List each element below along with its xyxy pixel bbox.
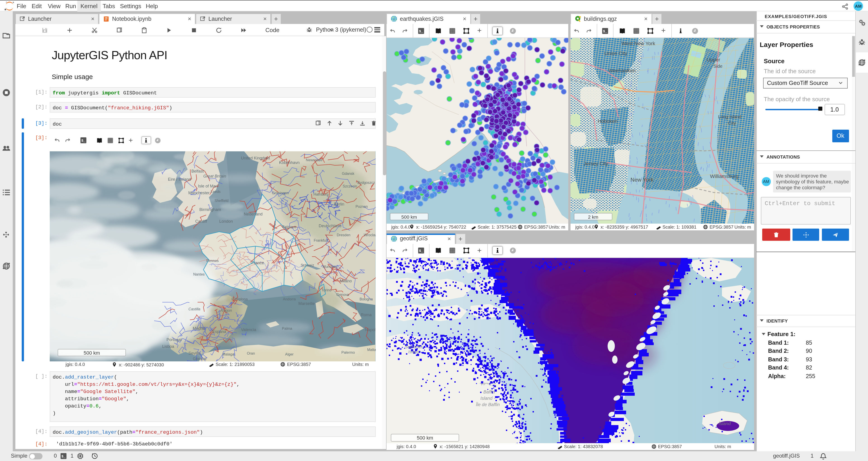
svg-text:Eire / Ireland: Eire / Ireland <box>168 177 191 182</box>
svg-text:Island -: Island - <box>480 395 495 400</box>
svg-text:City: City <box>728 121 736 126</box>
svg-text:Berlin: Berlin <box>334 202 344 206</box>
svg-text:$_: $_ <box>603 29 607 33</box>
svg-text:West New York: West New York <box>621 41 655 46</box>
svg-text:500 km: 500 km <box>416 435 433 440</box>
svg-text:Palma: Palma <box>282 326 292 330</box>
svg-text:Kobenhavn: Kobenhavn <box>279 160 300 165</box>
svg-text:United Kingdom: United Kingdom <box>241 156 270 160</box>
svg-text:Rennes: Rennes <box>206 259 219 262</box>
svg-text:New York: New York <box>630 177 653 183</box>
svg-text:Genova: Genova <box>336 293 349 296</box>
svg-text:Malaga: Malaga <box>222 352 235 356</box>
svg-text:Marseille: Marseille <box>298 301 315 306</box>
svg-text:Roma: Roma <box>361 312 372 317</box>
svg-text:Gdansk: Gdansk <box>342 171 354 175</box>
svg-text:Szczecin: Szczecin <box>343 184 357 188</box>
svg-text:500 km: 500 km <box>401 215 417 220</box>
svg-text:$_: $_ <box>81 139 86 143</box>
svg-text:Groningen: Groningen <box>272 191 289 195</box>
svg-text:Gibraltar: Gibraltar <box>193 357 207 361</box>
svg-text:Napoli: Napoli <box>365 327 375 332</box>
svg-text:Manchester: Manchester <box>188 190 210 195</box>
svg-text:Bydgoszcz: Bydgoszcz <box>358 180 375 184</box>
svg-text:Portugal: Portugal <box>166 337 182 342</box>
svg-text:Madrid: Madrid <box>193 326 205 330</box>
svg-text:$_: $_ <box>419 249 423 253</box>
svg-text:Cardiff: Cardiff <box>195 219 208 223</box>
svg-text:Upper: Upper <box>706 57 720 63</box>
svg-text:Valencia: Valencia <box>241 327 256 332</box>
svg-text:Jersey City: Jersey City <box>583 161 608 166</box>
svg-text:ᕿᑭᖅᑖᓗᒃ: ᕿᑭᖅᑖᓗᒃ <box>479 382 496 386</box>
svg-text:Milano: Milano <box>340 278 352 283</box>
svg-text:Malta: Malta <box>367 348 375 352</box>
svg-text:2 km: 2 km <box>588 215 598 220</box>
svg-text:Bologna: Bologna <box>360 297 373 301</box>
svg-text:Birmingham: Birmingham <box>199 207 221 211</box>
svg-text:Hoboken: Hoboken <box>597 118 617 124</box>
svg-text:France: France <box>251 260 264 265</box>
svg-text:Great Britain: Great Britain <box>203 174 226 178</box>
svg-text:Île de Baffin: Île de Baffin <box>475 402 500 407</box>
svg-text:500 km: 500 km <box>84 350 100 356</box>
svg-text:Side: Side <box>713 64 722 69</box>
svg-text:Somerset: Somerset <box>405 344 422 349</box>
svg-text:Isle of Man: Isle of Man <box>198 184 218 188</box>
svg-text:London: London <box>219 219 233 223</box>
svg-text:Sheffield: Sheffield <box>215 199 228 202</box>
svg-text:Palermo: Palermo <box>341 350 355 354</box>
svg-text:Hamburg: Hamburg <box>313 192 329 196</box>
svg-text:Ísland: Ísland <box>718 421 731 426</box>
svg-text:Newcastle: Newcastle <box>306 158 322 162</box>
svg-text:Torino: Torino <box>321 288 331 292</box>
svg-text:Belfast: Belfast <box>191 169 204 173</box>
svg-text:Long Island: Long Island <box>718 114 741 119</box>
svg-text:Nantes: Nantes <box>193 272 205 276</box>
svg-text:Deutschland: Deutschland <box>319 223 341 228</box>
svg-text:Poznan: Poznan <box>355 204 368 208</box>
svg-text:Munchen: Munchen <box>322 264 338 268</box>
svg-text:Union City: Union City <box>604 51 627 56</box>
svg-text:Lisboa: Lisboa <box>162 344 174 349</box>
svg-text:Schweiz: Schweiz <box>301 263 314 267</box>
svg-text:Leeds: Leeds <box>211 190 221 193</box>
svg-text:Castilla: Castilla <box>188 307 200 311</box>
svg-text:Espana: Espana <box>212 329 226 334</box>
svg-text:Andorra: Andorra <box>283 297 296 301</box>
svg-text:Oran: Oran <box>247 351 255 355</box>
svg-text:Wroclaw: Wroclaw <box>364 233 375 237</box>
svg-text:Dresden: Dresden <box>337 233 350 237</box>
svg-text:Belgique: Belgique <box>282 225 296 229</box>
svg-text:$_: $_ <box>419 29 423 33</box>
svg-text:Sevilla: Sevilla <box>188 351 200 355</box>
svg-text:Pamplona: Pamplona <box>231 297 248 301</box>
svg-text:Island: Island <box>408 350 419 354</box>
svg-text:Aragon: Aragon <box>220 308 232 312</box>
svg-text:Frankfurt: Frankfurt <box>314 238 329 242</box>
svg-text:- Baffin: - Baffin <box>480 389 495 394</box>
svg-text:Weehawken: Weehawken <box>608 68 636 73</box>
svg-text:Alger: Alger <box>285 352 293 356</box>
svg-text:Nederland: Nederland <box>244 211 262 216</box>
svg-text:$_: $_ <box>61 455 66 459</box>
svg-text:Williamsburg: Williamsburg <box>710 173 738 179</box>
